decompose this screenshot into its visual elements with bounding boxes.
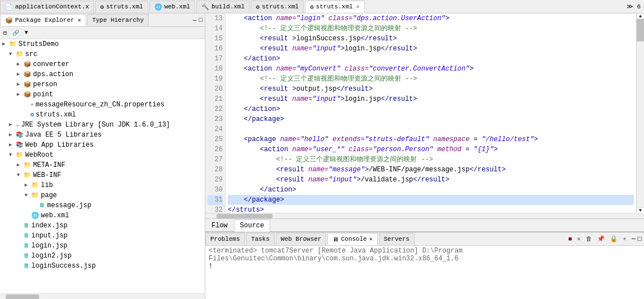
- tab-flow-label: Flow: [211, 222, 228, 230]
- tree-item-lib[interactable]: ▶ 📁 lib: [0, 180, 205, 190]
- clear-btn[interactable]: 🗑: [584, 235, 594, 243]
- arrow-icon: ▶: [25, 181, 31, 190]
- remove-btn[interactable]: ✕: [575, 235, 583, 243]
- menu-btn[interactable]: ▼: [22, 29, 30, 36]
- tree-item-loginjsp[interactable]: 🗎 login.jsp: [0, 241, 205, 251]
- tree-label: message.jsp: [47, 201, 91, 210]
- maximize-console-icon[interactable]: □: [638, 235, 642, 243]
- tree-item-person[interactable]: ▶ 📦 person: [0, 80, 205, 90]
- tab-problems[interactable]: Problems: [205, 233, 245, 245]
- code-line-15: <result >loginSuccess.jsp</result>: [228, 34, 634, 44]
- tree-item-point[interactable]: ▶ 📦 point: [0, 90, 205, 100]
- tab-type-hierarchy[interactable]: Type Hierarchy: [87, 14, 149, 26]
- tree-item-webapplib[interactable]: ▶ 📚 Web App Libraries: [0, 140, 205, 150]
- tree-label: person: [33, 80, 57, 89]
- tree-item-javaee[interactable]: ▶ 📚 Java EE 5 Libraries: [0, 130, 205, 140]
- console-toolbar-right: ■ ✕ 🗑 📌 🔒 + — □: [566, 235, 644, 243]
- arrow-icon: ▼: [25, 191, 31, 200]
- minimize-icon[interactable]: —: [193, 17, 197, 24]
- tab-struts2[interactable]: ⚙ struts.xml: [251, 1, 304, 13]
- link-btn[interactable]: 🔗: [10, 29, 21, 37]
- tree-item-messageresource[interactable]: ▪ messageResource_zh_CN.properties: [0, 100, 205, 110]
- tree-item-src[interactable]: ▼ 📁 src: [0, 49, 205, 59]
- tab-buildxml[interactable]: 🔨 build.xml: [196, 1, 250, 13]
- tree-item-webroot[interactable]: ▼ 📁 WebRoot: [0, 150, 205, 160]
- scroll-lock-btn[interactable]: 🔒: [608, 235, 620, 243]
- tab-problems-label: Problems: [210, 236, 240, 242]
- tab-package-explorer-close[interactable]: ✕: [78, 17, 81, 24]
- tab-overflow[interactable]: ≫ 6: [623, 3, 644, 10]
- arrow-icon: ▶: [2, 40, 9, 49]
- tree-item-page[interactable]: ▼ 📁 page: [0, 190, 205, 200]
- tree-item-login2jsp[interactable]: 🗎 login2.jsp: [0, 251, 205, 261]
- tab-console[interactable]: 🖥 Console ✕: [327, 233, 377, 245]
- code-line-27: <!-- 定义三个逻辑视图和物理资源之间的映射 -->: [228, 155, 634, 165]
- tab-console-label: Console: [341, 236, 366, 242]
- tree-item-metainf[interactable]: ▶ 📁 META-INF: [0, 160, 205, 170]
- tab-package-explorer[interactable]: 📦 Package Explorer ✕: [0, 14, 86, 26]
- minimize-console-icon[interactable]: —: [632, 235, 636, 243]
- tab-console-close[interactable]: ✕: [369, 236, 373, 242]
- editor-tab-bar: 📄 applicationContext.x ⚙ struts.xml 🌐 we…: [0, 0, 644, 13]
- tree-item-webinf[interactable]: ▼ 📁 WEB-INF: [0, 170, 205, 180]
- tree-label: loginSuccess.jsp: [31, 261, 96, 270]
- arrow-icon: ▼: [9, 50, 16, 59]
- tab-struts3[interactable]: ⚙ struts.xml ✕: [305, 1, 365, 13]
- code-line-13: <action name="login" class="dps.action.U…: [228, 13, 634, 24]
- tree-item-strutsxml[interactable]: ⚙ struts.xml: [0, 110, 205, 120]
- tab-struts1[interactable]: ⚙ struts.xml: [95, 1, 148, 13]
- tree-item-indexjsp[interactable]: 🗎 index.jsp: [0, 221, 205, 231]
- console-icon: 🖥: [332, 236, 339, 243]
- tab-type-hierarchy-label: Type Hierarchy: [92, 17, 144, 24]
- terminated-line: <terminated> tomcat7Server [Remote Java …: [209, 247, 641, 263]
- folder-icon: 📁: [23, 171, 31, 180]
- tree-label: StrutsDemo: [18, 40, 59, 49]
- tab-struts1-label: struts.xml: [106, 3, 143, 10]
- maximize-icon[interactable]: □: [199, 17, 203, 24]
- tree-item-dpsaction[interactable]: ▶ 📦 dps.action: [0, 69, 205, 80]
- new-console-btn[interactable]: +: [621, 235, 629, 243]
- tree-item-messagejsp[interactable]: 🗎 message.jsp: [0, 200, 205, 211]
- tree-item-webxml-webinf[interactable]: 🌐 web.xml: [0, 211, 205, 221]
- tree-item-strutsDemo[interactable]: ▶ 📁 StrutsDemo: [0, 39, 205, 49]
- tab-struts3-close[interactable]: ✕: [356, 3, 360, 10]
- console-panel: Problems Tasks Web Browser 🖥 Console ✕: [205, 232, 644, 299]
- package-icon: 📦: [23, 70, 31, 79]
- tab-flow[interactable]: Flow: [205, 219, 234, 231]
- tab-servers-label: Servers: [384, 236, 410, 242]
- tree-hscrollbar[interactable]: [0, 293, 205, 299]
- tab-webxml[interactable]: 🌐 web.xml: [149, 1, 195, 13]
- tree-label: JRE System Library [Sun JDK 1.6.0_13]: [21, 120, 170, 129]
- tab-servers[interactable]: Servers: [379, 233, 415, 245]
- pin-btn[interactable]: 📌: [595, 235, 607, 243]
- tab-webbrowser[interactable]: Web Browser: [276, 233, 327, 245]
- tree-item-converter[interactable]: ▶ 📦 converter: [0, 59, 205, 69]
- tab-applicationcontext[interactable]: 📄 applicationContext.x: [0, 1, 94, 13]
- tree-item-loginsuccessjsp[interactable]: 🗎 loginSuccess.jsp: [0, 261, 205, 271]
- editor-vscrollbar[interactable]: ▲ ▼: [636, 13, 644, 213]
- jsp-icon: 🗎: [23, 231, 30, 240]
- tab-source[interactable]: Source: [234, 219, 270, 232]
- code-content[interactable]: <action name="login" class="dps.action.U…: [225, 13, 636, 213]
- code-line-25: <package name="hello" extends="struts-de…: [228, 134, 634, 144]
- editor-hscrollbar[interactable]: [205, 213, 644, 218]
- scroll-down-icon[interactable]: ▼: [639, 208, 642, 213]
- struts2-icon: ⚙: [256, 3, 260, 11]
- tree-label: page: [41, 191, 57, 200]
- tree-item-jre[interactable]: ▶ ☕ JRE System Library [Sun JDK 1.6.0_13…: [0, 120, 205, 130]
- tree-label: input.jsp: [31, 231, 68, 240]
- tree-item-inputjsp[interactable]: 🗎 input.jsp: [0, 231, 205, 241]
- collapse-all-btn[interactable]: ⊟: [1, 29, 9, 37]
- jsp-icon: 🗎: [23, 251, 30, 260]
- terminate-btn[interactable]: ■: [566, 235, 575, 243]
- build-icon: 🔨: [201, 3, 209, 11]
- scroll-up-icon[interactable]: ▲: [639, 13, 642, 18]
- tree-label: Web App Libraries: [25, 141, 93, 150]
- tab-webxml-label: web.xml: [164, 3, 190, 10]
- left-panel-tab-bar: 📦 Package Explorer ✕ Type Hierarchy — □: [0, 13, 205, 27]
- tree-label: converter: [33, 60, 69, 69]
- code-line-19: <!-- 定义三个逻辑视图和物理资源之间的映射 -->: [228, 74, 634, 84]
- folder-icon: 📁: [31, 191, 39, 200]
- exclaim-line: !: [209, 263, 641, 270]
- tab-tasks[interactable]: Tasks: [246, 233, 275, 245]
